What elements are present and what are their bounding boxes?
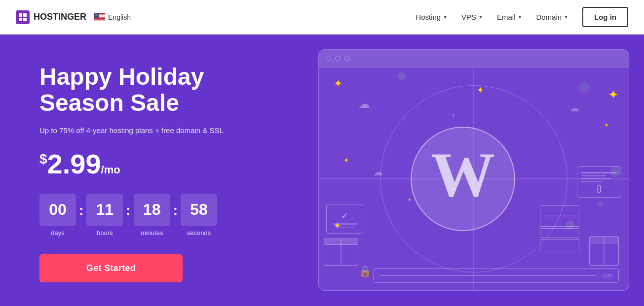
browser-window: W ✦ ✦ ✦ + + ✦ ✦ ✦ ☁ ☁ (318, 49, 629, 291)
countdown-separator-2: : (126, 203, 130, 218)
nav-domain[interactable]: Domain ▼ (536, 13, 568, 21)
svg-rect-3 (23, 18, 27, 21)
price-suffix: /mo (101, 164, 120, 176)
svg-rect-2 (19, 18, 22, 21)
nav-hosting[interactable]: Hosting ▼ (416, 13, 448, 21)
price-symbol: $ (39, 151, 47, 167)
logo-icon (16, 10, 30, 24)
countdown-timer: 00 days : 11 hours : 18 minutes : 58 sec… (39, 194, 276, 237)
wordpress-logo: W (409, 125, 517, 233)
hero-title: Happy Holiday Season Sale (39, 64, 276, 116)
gift-box-2 (589, 236, 619, 266)
nav-vps-label: VPS (461, 13, 476, 21)
login-button[interactable]: Log in (582, 7, 628, 27)
hero-price: $2.99/mo (39, 150, 276, 178)
code-block: {} (577, 166, 621, 198)
browser-dot-2 (335, 56, 341, 61)
gift-box-1 (324, 238, 358, 266)
chevron-down-icon: ▼ (518, 14, 523, 20)
sparkle-icon-5: + (408, 196, 412, 204)
nav-vps[interactable]: VPS ▼ (461, 13, 483, 21)
sparkle-icon-3: ✦ (343, 156, 349, 164)
svg-text:W: W (431, 139, 495, 210)
domain-bar: .com (373, 268, 619, 283)
hours-label: hours (97, 229, 113, 237)
language-label: English (108, 13, 131, 21)
cloud-icon-3: ☁ (569, 102, 579, 114)
nav-domain-label: Domain (536, 13, 562, 21)
navbar-left: HOSTINGER ★★★ ★★★ ★★★ English (16, 10, 131, 24)
nav-hosting-label: Hosting (416, 13, 441, 21)
get-started-button[interactable]: Get Started (39, 254, 183, 282)
days-value: 00 (39, 194, 76, 226)
check-card: ✓ (326, 204, 363, 234)
cloud-icon-2: ☁ (373, 166, 383, 178)
ornament-5 (597, 201, 604, 207)
logo[interactable]: HOSTINGER (16, 10, 86, 24)
svg-rect-10 (94, 20, 105, 20)
sparkle-icon-4: + (452, 112, 455, 119)
chevron-down-icon: ▼ (443, 14, 448, 20)
countdown-separator-1: : (79, 203, 83, 218)
svg-rect-0 (19, 13, 22, 17)
hours-value: 11 (86, 194, 123, 226)
cloud-icon-1: ☁ (358, 97, 370, 111)
us-flag-icon: ★★★ ★★★ ★★★ (94, 13, 105, 21)
chevron-down-icon: ▼ (564, 14, 568, 20)
hero-content: Happy Holiday Season Sale Up to 75% off … (39, 64, 276, 282)
ornament-1 (398, 72, 406, 80)
lock-icon: 🔒 (358, 265, 372, 278)
countdown-minutes: 18 minutes (134, 194, 170, 237)
minutes-label: minutes (141, 229, 163, 237)
logo-text: HOSTINGER (34, 12, 86, 22)
countdown-seconds: 58 seconds (181, 194, 217, 237)
ornament-2 (579, 82, 589, 92)
price-main: 2.99 (47, 148, 101, 179)
countdown-separator-3: : (173, 203, 178, 218)
sparkle-icon-7: ✦ (604, 122, 609, 129)
browser-dot-1 (326, 56, 331, 61)
domain-dot-com: .com (601, 272, 612, 278)
countdown-days: 00 days (39, 194, 76, 237)
hero-illustration: W ✦ ✦ ✦ + + ✦ ✦ ✦ ☁ ☁ (299, 34, 644, 306)
nav-email[interactable]: Email ▼ (497, 13, 522, 21)
sparkle-icon-1: ✦ (334, 77, 342, 90)
navbar-right: Hosting ▼ VPS ▼ Email ▼ Domain ▼ Log in (416, 7, 628, 27)
seconds-value: 58 (181, 194, 217, 226)
svg-rect-1 (23, 13, 27, 17)
seconds-label: seconds (187, 229, 211, 237)
navbar: HOSTINGER ★★★ ★★★ ★★★ English (0, 0, 644, 34)
browser-content: W ✦ ✦ ✦ + + ✦ ✦ ✦ ☁ ☁ (319, 68, 629, 290)
sparkle-icon-2: ✦ (477, 85, 484, 96)
chevron-down-icon: ▼ (478, 14, 483, 20)
svg-rect-9 (94, 19, 105, 19)
countdown-hours: 11 hours (86, 194, 123, 237)
svg-rect-8 (94, 17, 105, 18)
hero-section: Happy Holiday Season Sale Up to 75% off … (0, 34, 644, 306)
browser-dot-3 (344, 56, 350, 61)
days-label: days (51, 229, 64, 237)
hostinger-logo-svg (18, 12, 28, 22)
domain-line (379, 275, 597, 276)
hero-subtitle: Up to 75% off 4-year hosting plans + fre… (39, 126, 276, 135)
gift-stack (540, 205, 579, 251)
language-selector[interactable]: ★★★ ★★★ ★★★ English (94, 13, 131, 21)
browser-bar (319, 50, 629, 68)
minutes-value: 18 (134, 194, 170, 226)
nav-email-label: Email (497, 13, 516, 21)
sparkle-icon-6: ✦ (608, 87, 619, 102)
